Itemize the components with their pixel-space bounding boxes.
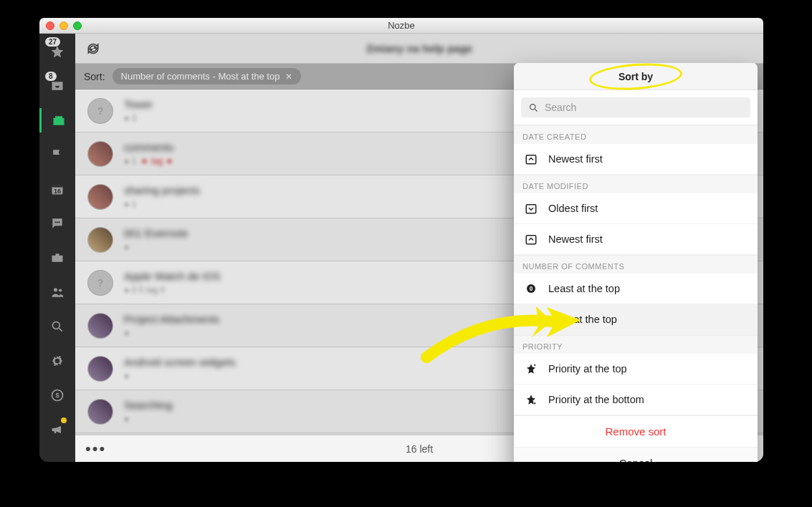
minimize-window-button[interactable] <box>59 21 68 30</box>
option-label: Oldest first <box>548 203 598 214</box>
task-meta: ● <box>124 242 188 252</box>
sidebar-item-flag[interactable] <box>45 143 70 167</box>
task-title: Project Attachments <box>124 313 219 325</box>
svg-point-4 <box>58 221 59 223</box>
svg-point-5 <box>54 288 57 291</box>
refresh-button[interactable] <box>82 38 104 59</box>
option-label: Newest first <box>548 233 603 245</box>
task-title: Android screen widgets <box>124 356 236 368</box>
app-window: Nozbe 27 8 <box>39 18 763 462</box>
sidebar-item-search[interactable] <box>45 314 70 339</box>
remove-sort-button[interactable]: Remove sort <box>514 415 758 447</box>
sidebar-item-team[interactable] <box>45 280 70 304</box>
option-date-created-newest[interactable]: Newest first <box>514 144 758 175</box>
search-icon <box>528 102 539 113</box>
section-date-created-label: DATE CREATED <box>514 125 758 144</box>
option-date-modified-newest[interactable]: Newest first <box>514 224 758 255</box>
option-priority-top[interactable]: Priority at the top <box>514 354 758 385</box>
option-label: Priority at the top <box>548 363 627 375</box>
avatar <box>88 142 113 166</box>
task-title: Searching <box>124 399 173 411</box>
flag-icon <box>50 148 65 162</box>
sidebar-item-announce[interactable] <box>45 417 70 442</box>
main-area: Zmiany na help page Sort: Number of comm… <box>75 34 763 462</box>
option-date-modified-oldest[interactable]: Oldest first <box>514 193 758 224</box>
sort-popover-title: Sort by <box>618 71 653 82</box>
task-meta: ● <box>124 328 219 338</box>
sort-label: Sort: <box>84 71 105 82</box>
task-title: Apple Watch de iOS <box>124 270 221 282</box>
svg-point-2 <box>54 221 56 223</box>
sidebar-item-business[interactable]: $ <box>45 383 70 407</box>
svg-point-10 <box>530 104 536 110</box>
task-title: comments <box>124 141 173 153</box>
task-meta: ● <box>124 371 236 381</box>
option-comments-most[interactable]: 9 Most at the top <box>514 304 758 335</box>
sort-popover-header: Sort by <box>514 63 758 90</box>
svg-rect-13 <box>526 236 536 244</box>
star-badge: 27 <box>45 37 60 47</box>
task-meta: ● 3 <box>124 113 153 123</box>
sidebar-item-comments[interactable] <box>45 211 70 236</box>
sort-search-input[interactable] <box>545 102 743 113</box>
avatar <box>88 357 113 381</box>
section-date-modified-label: DATE MODIFIED <box>514 175 758 193</box>
sidebar-item-projects[interactable] <box>39 108 75 132</box>
sort-chip-label: Number of comments - Most at the top <box>121 71 280 82</box>
section-priority-label: PRIORITY <box>514 335 758 354</box>
sidebar-item-priority[interactable]: 27 <box>45 39 70 64</box>
search-icon <box>50 319 65 334</box>
calendar-day: 16 <box>54 188 61 195</box>
close-icon[interactable]: ✕ <box>285 72 292 82</box>
notification-dot <box>61 417 67 423</box>
count-nine-icon: 9 <box>524 312 538 327</box>
refresh-icon <box>86 42 100 56</box>
window-title: Nozbe <box>388 20 415 31</box>
inbox-badge: 8 <box>45 72 57 81</box>
svg-point-3 <box>57 221 58 223</box>
sidebar-item-calendar[interactable]: 16 <box>45 177 70 201</box>
more-button[interactable]: ••• <box>85 440 106 458</box>
sort-popover: Sort by DATE CREATED Newest first <box>514 63 758 462</box>
sidebar-item-settings[interactable] <box>45 349 70 373</box>
briefcase-icon <box>50 251 65 265</box>
maximize-window-button[interactable] <box>73 21 82 30</box>
option-comments-least[interactable]: 0 Least at the top <box>514 274 758 304</box>
task-meta: ● 1 <box>124 199 200 209</box>
calendar-oldest-icon <box>524 201 538 216</box>
svg-point-6 <box>59 289 62 291</box>
footer-count: 16 left <box>406 443 433 455</box>
titlebar: Nozbe <box>39 18 763 34</box>
task-meta: ● <box>124 414 173 424</box>
task-meta: ● 0 0 tag 0 <box>124 285 221 295</box>
gear-icon <box>50 354 65 368</box>
inbox-icon <box>50 79 65 93</box>
sidebar-item-templates[interactable] <box>45 246 70 270</box>
task-title: sharing projects <box>124 184 200 196</box>
svg-text:$: $ <box>55 392 59 399</box>
projects-icon <box>52 113 66 127</box>
main-header: Zmiany na help page <box>75 34 763 64</box>
close-window-button[interactable] <box>46 21 54 30</box>
sort-chip[interactable]: Number of comments - Most at the top ✕ <box>113 68 302 84</box>
svg-point-7 <box>52 322 59 329</box>
star-down-icon <box>524 392 538 407</box>
count-zero-icon: 0 <box>524 281 538 296</box>
star-up-icon <box>524 362 538 376</box>
svg-rect-12 <box>526 205 536 213</box>
task-title: 001 Evernote <box>124 227 188 239</box>
option-label: Newest first <box>548 153 603 165</box>
avatar <box>88 99 113 123</box>
option-priority-bottom[interactable]: Priority at the bottom <box>514 385 758 415</box>
option-label: Least at the top <box>548 283 620 294</box>
cancel-button[interactable]: Cancel <box>514 447 758 462</box>
star-icon <box>50 44 65 59</box>
calendar-newest-icon <box>524 232 538 246</box>
sidebar-item-inbox[interactable]: 8 <box>45 74 70 98</box>
sort-search-box[interactable] <box>521 97 750 117</box>
option-label: Most at the top <box>548 314 617 325</box>
section-comments-label: NUMBER OF COMMENTS <box>514 255 758 274</box>
svg-text:9: 9 <box>530 317 533 323</box>
svg-rect-11 <box>526 155 536 164</box>
avatar <box>88 271 113 295</box>
